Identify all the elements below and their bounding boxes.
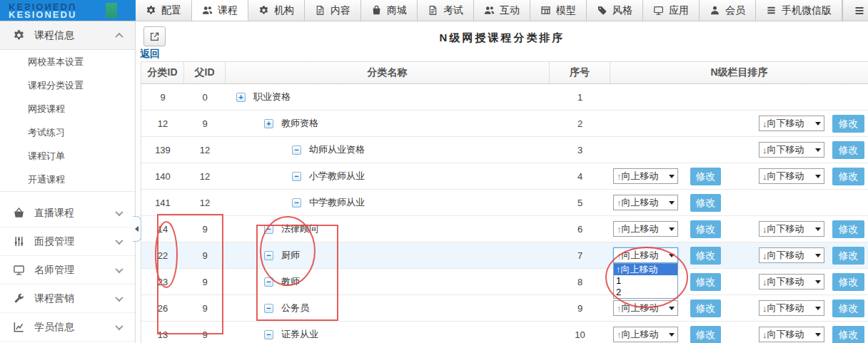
move-down-select[interactable]: ↓向下移动: [759, 300, 824, 316]
move-up-select[interactable]: ↑向上移动: [613, 300, 678, 316]
modify-button[interactable]: 修改: [690, 300, 721, 317]
top-nav-item[interactable]: 配置: [136, 0, 192, 21]
sidebar-menu-item[interactable]: 开通课程: [0, 168, 135, 191]
top-nav-item[interactable]: 内容: [305, 0, 361, 21]
caret-down-icon: [815, 227, 821, 231]
category-name: 教师资格: [281, 117, 318, 130]
table-body: 90+职业资格1129+教师资格2↓向下移动修改13912−幼师从业资格3↓向下…: [141, 84, 868, 343]
sidebar-group-item[interactable]: 课程营销: [0, 285, 135, 313]
top-nav-item-label: 机构: [274, 4, 294, 17]
collapse-icon[interactable]: −: [264, 225, 273, 234]
caret-down-icon: [669, 307, 675, 310]
table-row: 239−教师8↑向上移动修改↓向下移动修改: [141, 269, 868, 295]
logo-accent: [106, 3, 117, 18]
modify-button[interactable]: 修改: [832, 247, 864, 265]
expand-icon[interactable]: +: [236, 93, 246, 102]
modify-button[interactable]: 修改: [690, 168, 721, 185]
gear-icon: [258, 5, 269, 16]
sliders-icon: [13, 235, 25, 247]
modify-button[interactable]: 修改: [690, 273, 721, 291]
select-value: 向上移动: [622, 196, 659, 209]
collapse-icon[interactable]: −: [264, 251, 273, 260]
move-up-select[interactable]: ↑向上移动: [613, 168, 678, 184]
modify-button[interactable]: 修改: [832, 326, 864, 343]
move-down-select[interactable]: ↓向下移动: [759, 327, 824, 342]
caret-down-icon: [815, 148, 821, 152]
top-nav-item[interactable]: 风格: [587, 0, 643, 21]
sidebar-menu-item[interactable]: 课程订单: [0, 144, 135, 168]
sidebar-collapse-handle[interactable]: [133, 216, 141, 242]
dropdown-option[interactable]: 1: [614, 275, 677, 287]
cell-category-id: 140: [141, 163, 184, 189]
modify-button[interactable]: 修改: [690, 326, 721, 343]
collapse-icon[interactable]: −: [292, 198, 301, 208]
back-link[interactable]: 返回: [140, 48, 160, 61]
sidebar-group-item[interactable]: 直播课程: [0, 199, 135, 227]
sidebar-menu-item[interactable]: 考试练习: [0, 121, 135, 144]
select-value: 向下移动: [767, 328, 804, 341]
top-nav-item-label: 配置: [161, 4, 181, 17]
modify-button[interactable]: 修改: [690, 220, 721, 238]
cell-category-name: −教师: [226, 269, 550, 295]
category-name: 厨师: [281, 249, 300, 262]
sidebar-menu-item[interactable]: 网授课程: [0, 97, 135, 121]
top-nav-item[interactable]: 机构: [248, 0, 305, 21]
top-nav-item[interactable]: 互动: [474, 0, 530, 21]
category-sort-table: 分类ID父ID分类名称序号N级栏目排序 90+职业资格1129+教师资格2↓向下…: [141, 61, 868, 343]
top-nav-item[interactable]: 商城: [361, 0, 418, 21]
move-up-select[interactable]: ↑向上移动: [613, 247, 678, 263]
move-down-select[interactable]: ↓向下移动: [759, 116, 824, 131]
modify-button[interactable]: 修改: [832, 220, 864, 238]
top-nav-item[interactable]: 课程: [192, 0, 248, 21]
cell-category-name: −公务员: [226, 295, 550, 321]
move-down-select[interactable]: ↓向下移动: [759, 142, 824, 158]
top-more-button[interactable]: [842, 0, 868, 21]
collapse-icon[interactable]: −: [264, 304, 273, 313]
sidebar-menu-item[interactable]: 课程分类设置: [0, 73, 135, 97]
collapse-icon[interactable]: −: [264, 330, 273, 339]
select-value: 向上移动: [622, 328, 659, 341]
top-nav-item[interactable]: 应用: [643, 0, 700, 21]
dropdown-option[interactable]: ↑向上移动: [614, 264, 677, 275]
sidebar-header-course-info[interactable]: 课程信息: [0, 21, 135, 50]
cell-sort-controls: ↑向上移动修改↓向下移动修改: [610, 163, 868, 189]
move-down-select[interactable]: ↓向下移动: [759, 221, 824, 237]
collapse-icon[interactable]: −: [292, 172, 301, 181]
cell-category-id: 12: [141, 111, 184, 136]
cell-parent-id: 9: [184, 295, 226, 321]
expand-icon[interactable]: +: [264, 119, 273, 128]
sidebar-group-item[interactable]: 名师管理: [0, 256, 135, 285]
collapse-icon[interactable]: −: [292, 145, 301, 155]
top-nav-item[interactable]: 手机微信版: [756, 0, 842, 21]
sidebar-group-item[interactable]: 学员信息: [0, 313, 135, 342]
cell-parent-id: 0: [184, 84, 226, 110]
top-nav-item[interactable]: 考试: [418, 0, 474, 21]
chevron-down-icon: [115, 322, 123, 329]
table-row: 229−厨师7↑向上移动修改↑向上移动12↓向下移动修改: [141, 242, 868, 269]
collapse-icon[interactable]: −: [264, 277, 273, 287]
top-nav-item[interactable]: 模型: [530, 0, 587, 21]
sidebar-group-item[interactable]: 面授管理: [0, 227, 135, 256]
dropdown-option[interactable]: 2: [614, 287, 677, 298]
move-up-select[interactable]: ↑向上移动: [613, 195, 678, 210]
modify-button[interactable]: 修改: [690, 247, 721, 265]
cell-parent-id: 9: [184, 269, 226, 295]
modify-button[interactable]: 修改: [832, 300, 864, 317]
modify-button[interactable]: 修改: [832, 168, 864, 185]
move-down-select[interactable]: ↓向下移动: [759, 274, 824, 290]
chevron-down-icon: [115, 208, 123, 215]
move-down-select[interactable]: ↓向下移动: [759, 168, 824, 184]
sidebar-menu-item[interactable]: 网校基本设置: [0, 50, 135, 73]
move-up-select[interactable]: ↑向上移动: [613, 327, 678, 342]
modify-button[interactable]: 修改: [832, 141, 864, 159]
modify-button[interactable]: 修改: [832, 273, 864, 291]
top-nav-item[interactable]: 会员: [700, 0, 756, 21]
modify-button[interactable]: 修改: [690, 194, 721, 212]
cell-parent-id: 9: [184, 111, 226, 136]
chevron-down-icon: [115, 293, 123, 301]
cell-seq: 1: [550, 84, 610, 110]
sidebar-group-label: 课程营销: [34, 292, 74, 305]
modify-button[interactable]: 修改: [832, 115, 864, 133]
move-down-select[interactable]: ↓向下移动: [759, 247, 824, 263]
move-up-select[interactable]: ↑向上移动: [613, 221, 678, 237]
